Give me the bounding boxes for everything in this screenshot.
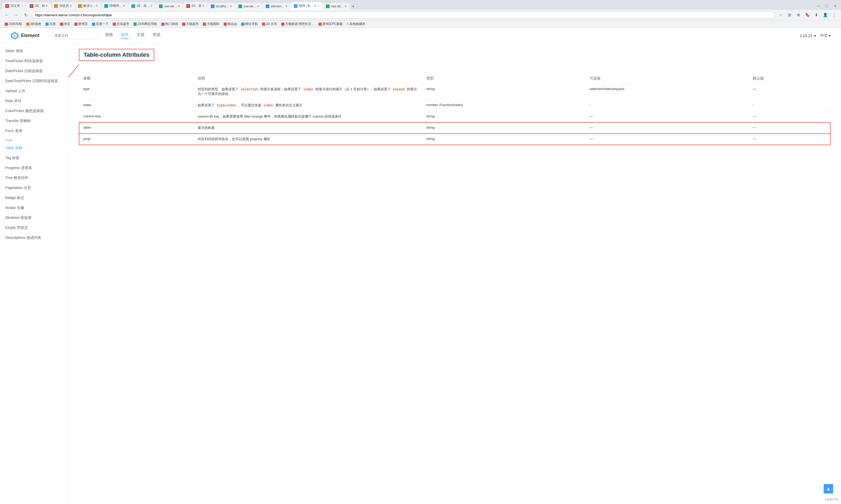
sidebar-item-datetimepicker[interactable]: DateTimePicker 日期时间选择器 (0, 76, 68, 86)
tab-11[interactable]: elemen… × (262, 3, 290, 10)
cell-index-options: - (585, 100, 749, 111)
bookmark-games[interactable]: 热门游戏 (160, 21, 179, 27)
sidebar: Slider 滑块 TimePicker 时间选择器 DatePicker 日期… (0, 43, 68, 504)
tab-3[interactable]: 浏览历 × (51, 2, 75, 10)
back-button[interactable]: ← (3, 11, 11, 19)
th-type: 类型 (422, 73, 585, 84)
tab-8[interactable]: C 03、前 × (183, 2, 207, 10)
bookmark-taobao[interactable]: 淘宝 (58, 21, 72, 27)
sidebar-item-pagination[interactable]: Pagination 分页 (0, 183, 68, 193)
tab-title-3: 浏览历 × (59, 4, 71, 8)
bookmark-icon[interactable]: 🔖 (804, 11, 811, 19)
bookmark-baidu-search[interactable]: 百度一下 (90, 21, 110, 27)
cell-index-type: number, Function(index) (422, 100, 585, 111)
cell-prop-default: — (749, 133, 830, 145)
star-icon[interactable]: ☆ (777, 11, 784, 19)
sidebar-item-tag[interactable]: Tag 标签 (0, 153, 68, 163)
tab-1[interactable]: C 写文章 × (2, 2, 26, 10)
sidebar-item-timepicker[interactable]: TimePicker 时间选择器 (0, 56, 68, 66)
nav-resources[interactable]: 资源 (152, 32, 160, 39)
version-selector[interactable]: 2.15.13 ▾ (800, 34, 816, 38)
site-header: E Element 指南 组件 主题 资源 2.15.13 ▾ 中文 ▾ (0, 28, 841, 43)
menu-icon[interactable]: ⋮ (830, 11, 838, 19)
code-index: index (302, 87, 314, 91)
tab-9[interactable]: localho… × (208, 3, 235, 10)
sidebar-item-avatar[interactable]: Avatar 头像 (0, 203, 68, 213)
forward-button[interactable]: → (13, 11, 20, 19)
tab-close-12[interactable]: × (317, 4, 319, 7)
sidebar-item-form[interactable]: Form 表单 (0, 126, 68, 136)
bookmark-tmall-intl[interactable]: 天猫国际 (201, 21, 221, 27)
tab-2[interactable]: C 03、前 × (27, 2, 51, 10)
extension-icon[interactable]: ⊞ (786, 11, 793, 19)
bookmark-3zhe[interactable]: 3折疯抢 (25, 21, 43, 27)
bookmark-more[interactable]: » 其他收藏夹 (345, 21, 367, 27)
bookmark-2345[interactable]: 2345导航 (3, 21, 24, 27)
tab-12[interactable]: 组件 | E… × × (291, 2, 323, 10)
lang-selector[interactable]: 中文 ▾ (820, 33, 830, 38)
bookmark-jd[interactable]: 京东超市 (111, 21, 131, 27)
nav-theme[interactable]: 主题 (137, 32, 144, 39)
sidebar-item-progress[interactable]: Progress 进度条 (0, 163, 68, 173)
new-tab-button[interactable]: + (350, 3, 356, 10)
sidebar-item-transfer[interactable]: Transfer 穿梭框 (0, 116, 68, 126)
sidebar-item-badge[interactable]: Badge 标记 (0, 193, 68, 203)
sidebar-item-upload[interactable]: Upload 上传 (0, 86, 68, 96)
table-row-type: type 对应列的类型。如果设置了 selection 则显示多选框；如果设置了… (79, 84, 830, 100)
watermark: ©版权声明 (825, 498, 838, 501)
profile-icon[interactable]: 👤 (822, 11, 829, 19)
sidebar-item-tree[interactable]: Tree 树形控件 (0, 173, 68, 183)
cell-prop-options: — (585, 133, 749, 145)
tab-close-1[interactable]: × (21, 4, 23, 7)
cell-prop-type: string (422, 133, 585, 145)
sidebar-item-table[interactable]: Table 表格 (0, 143, 68, 153)
bookmark-aitaobao-pc[interactable]: 爱淘宝PC新版 (317, 21, 344, 27)
tab-4[interactable]: 解决'v… × (75, 2, 101, 10)
cell-prop-param: prop (79, 133, 193, 145)
bookmark-urlnav[interactable]: 网址导航 (240, 21, 259, 27)
sidebar-item-descriptions[interactable]: Descriptions 描述列表 (0, 233, 68, 243)
version-chevron-icon: ▾ (814, 34, 816, 38)
sidebar-item-skeleton[interactable]: Skeleton 骨架屏 (0, 213, 68, 223)
sidebar-item-datepicker[interactable]: DatePicker 日期选择器 (0, 66, 68, 76)
tab-13[interactable]: vue-de… × (323, 3, 350, 10)
translate-icon[interactable]: ⊕ (795, 11, 802, 19)
code-index-attr: index (262, 103, 274, 107)
tab-5[interactable]: 哔哩哔… × (101, 2, 128, 10)
bookmark-tmall[interactable]: 天猫超市 (181, 21, 200, 27)
sidebar-item-colorpicker[interactable]: ColorPicker 颜色选择器 (0, 106, 68, 116)
bookmark-jd2[interactable]: JD 京东 (260, 21, 279, 27)
tab-10[interactable]: vue-de… × (235, 3, 262, 10)
bookmark-baidu[interactable]: 百度 (44, 21, 57, 27)
table-header-row: 参数 说明 类型 可选值 默认值 (79, 73, 830, 84)
nav-guide[interactable]: 指南 (105, 32, 113, 39)
bookmark-aitaobao[interactable]: 爱淘宝 (73, 21, 89, 27)
close-window-button[interactable]: × (831, 2, 839, 10)
tab-favicon-7 (159, 4, 163, 8)
sidebar-item-rate[interactable]: Rate 评分 (0, 96, 68, 106)
scroll-to-top-button[interactable]: ▲ (824, 484, 833, 493)
tab-favicon-6 (132, 4, 135, 8)
address-bar-row: ← → ↻ ☆ ⊞ ⊕ 🔖 ⬇ 👤 ⋮ (0, 10, 841, 20)
sidebar-item-empty[interactable]: Empty 空状态 (0, 223, 68, 233)
scroll-top-icon: ▲ (826, 486, 831, 492)
reload-button[interactable]: ↻ (22, 11, 30, 19)
nav-components[interactable]: 组件 (121, 32, 129, 39)
download-icon[interactable]: ⬇ (813, 11, 820, 19)
svg-text:E: E (14, 35, 16, 37)
bookmarks-bar: 2345导航 3折疯抢 百度 淘宝 爱淘宝 百度一下 京东超市 2345网址导航… (0, 20, 841, 28)
table-header: 参数 说明 类型 可选值 默认值 (79, 73, 830, 84)
maximize-button[interactable]: □ (823, 2, 830, 10)
search-input[interactable] (50, 32, 97, 39)
bookmark-2345nav[interactable]: 2345网址导航 (132, 21, 159, 27)
tab-7[interactable]: vue-de… × (156, 3, 183, 10)
bookmark-tmall-life[interactable]: 天猫精选·理想生活… (280, 21, 316, 27)
tab-title-9: localho… × (216, 4, 232, 8)
sidebar-item-slider[interactable]: Slider 滑块 (0, 46, 68, 56)
bookmark-vip[interactable]: 唯品会 (222, 21, 239, 27)
tab-6[interactable]: 43、前… × (128, 2, 156, 10)
address-input[interactable] (32, 12, 775, 19)
minimize-button[interactable]: ─ (815, 2, 822, 10)
cell-type-desc: 对应列的类型。如果设置了 selection 则显示多选框；如果设置了 inde… (193, 84, 422, 100)
tab-title-8: 03、前 × (192, 4, 204, 8)
